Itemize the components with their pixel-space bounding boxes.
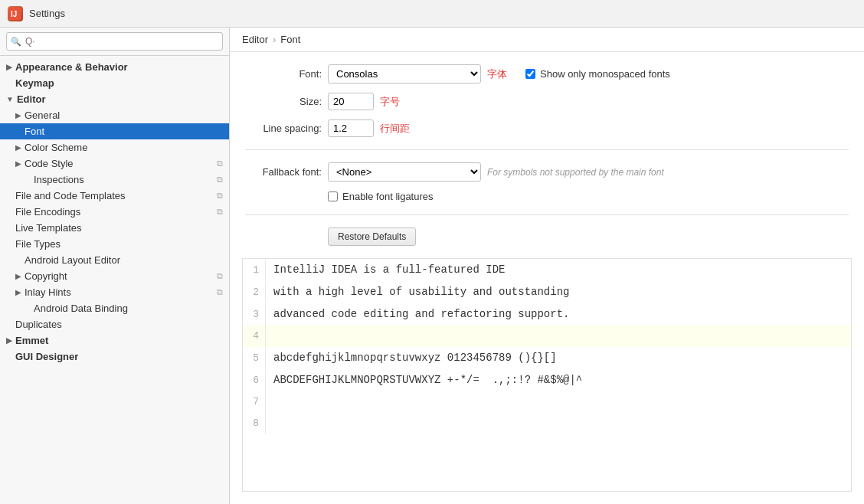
sidebar-label-font: Font — [25, 126, 44, 137]
line-spacing-input[interactable] — [328, 119, 374, 137]
search-icon: 🔍 — [11, 37, 21, 47]
tree-arrow-code-style-icon: ▶ — [15, 159, 21, 168]
code-line-3: 3 advanced code editing and refactoring … — [243, 303, 851, 326]
sidebar-item-gui-designer[interactable]: GUI Designer — [0, 349, 229, 365]
sidebar-label-inspections: Inspections — [34, 174, 84, 185]
app-icon: IJ — [8, 6, 23, 21]
window-title: Settings — [29, 8, 65, 19]
sidebar-label-code-style: Code Style — [25, 158, 74, 169]
breadcrumb-separator: › — [273, 34, 276, 45]
size-annotation: 字号 — [380, 95, 400, 109]
content-area: Editor › Font Font: Consolas 字体 Show onl… — [230, 28, 864, 504]
copy-icon-code-style: ⧉ — [217, 159, 223, 169]
sidebar-item-editor[interactable]: ▼ Editor — [0, 91, 229, 107]
line-number-6: 6 — [243, 370, 266, 391]
line-number-2: 2 — [243, 282, 266, 303]
font-control-group: Consolas 字体 — [328, 64, 507, 83]
monospaced-label[interactable]: Show only monospaced fonts — [540, 68, 670, 80]
divider-2 — [245, 214, 849, 215]
sidebar-item-emmet[interactable]: ▶ Emmet — [0, 332, 229, 349]
sidebar-label-file-types: File Types — [15, 238, 61, 250]
code-line-2: 2 with a high level of usability and out… — [243, 281, 851, 303]
sidebar-label-file-code-templates: File and Code Templates — [15, 190, 126, 201]
fallback-font-select[interactable]: <None> — [328, 162, 481, 182]
sidebar-item-appearance-behavior[interactable]: ▶ Appearance & Behavior — [0, 59, 229, 75]
sidebar-label-gui-designer: GUI Designer — [15, 351, 78, 362]
sidebar-item-code-style[interactable]: ▶ Code Style ⧉ — [0, 155, 229, 172]
code-line-1: 1 IntelliJ IDEA is a full-featured IDE — [243, 259, 851, 281]
sidebar-item-inlay-hints[interactable]: ▶ Inlay Hints ⧉ — [0, 284, 229, 300]
fallback-font-hint: For symbols not supported by the main fo… — [487, 167, 664, 178]
breadcrumb-parent: Editor — [242, 34, 268, 45]
line-number-1: 1 — [243, 260, 266, 281]
size-input[interactable] — [328, 93, 374, 110]
sidebar-item-android-layout-editor[interactable]: Android Layout Editor — [0, 252, 229, 268]
copy-icon-file-code-templates: ⧉ — [217, 191, 223, 201]
monospaced-checkbox[interactable] — [525, 69, 535, 79]
copy-icon-copyright: ⧉ — [217, 271, 223, 281]
sidebar-item-general[interactable]: ▶ General — [0, 107, 229, 123]
code-line-4: 4 — [243, 326, 851, 347]
sidebar-item-font[interactable]: Font — [0, 123, 229, 139]
line-number-3: 3 — [243, 304, 266, 326]
sidebar-label-inlay-hints: Inlay Hints — [25, 286, 71, 298]
line-number-7: 7 — [243, 391, 266, 413]
fallback-font-row: Fallback font: <None> For symbols not su… — [245, 162, 849, 182]
sidebar-label-appearance-behavior: Appearance & Behavior — [15, 61, 128, 73]
tree-arrow-emmet-icon: ▶ — [6, 336, 12, 345]
ligatures-checkbox[interactable] — [328, 191, 338, 201]
copy-icon-inspections: ⧉ — [217, 175, 223, 185]
sidebar-label-emmet: Emmet — [15, 335, 48, 346]
copy-icon-file-encodings: ⧉ — [217, 207, 223, 217]
fallback-font-label: Fallback font: — [245, 166, 322, 178]
settings-panel: Font: Consolas 字体 Show only monospaced f… — [230, 52, 864, 258]
sidebar-label-live-templates: Live Templates — [15, 222, 81, 234]
font-select[interactable]: Consolas — [328, 64, 481, 83]
title-bar: IJ Settings — [0, 0, 864, 28]
svg-text:IJ: IJ — [11, 10, 17, 18]
sidebar-label-file-encodings: File Encodings — [15, 206, 80, 218]
sidebar-label-color-scheme: Color Scheme — [25, 142, 87, 153]
sidebar-item-duplicates[interactable]: Duplicates — [0, 316, 229, 332]
font-annotation: 字体 — [487, 67, 507, 81]
restore-defaults-button[interactable]: Restore Defaults — [328, 227, 416, 246]
sidebar-item-android-data-binding[interactable]: Android Data Binding — [0, 300, 229, 316]
line-content-3: advanced code editing and refactoring su… — [266, 303, 569, 325]
sidebar-item-copyright[interactable]: ▶ Copyright ⧉ — [0, 268, 229, 284]
tree-arrow-color-icon: ▶ — [15, 143, 21, 152]
sidebar-item-inspections[interactable]: Inspections ⧉ — [0, 172, 229, 188]
line-spacing-label: Line spacing: — [245, 123, 322, 134]
ligatures-row: Enable font ligatures — [245, 191, 849, 202]
sidebar: 🔍 ▶ Appearance & Behavior Keymap ▼ Edito… — [0, 28, 230, 504]
sidebar-label-android-data-binding: Android Data Binding — [34, 303, 128, 314]
line-content-6: ABCDEFGHIJKLMNOPQRSTUVWXYZ +-*/= .,;:!? … — [266, 369, 582, 391]
code-preview: 1 IntelliJ IDEA is a full-featured IDE 2… — [242, 258, 852, 492]
sidebar-label-editor: Editor — [17, 93, 46, 105]
code-line-5: 5 abcdefghijklmnopqrstuvwxyz 0123456789 … — [243, 347, 851, 369]
divider-1 — [245, 149, 849, 150]
sidebar-item-file-encodings[interactable]: File Encodings ⧉ — [0, 204, 229, 220]
ligatures-label[interactable]: Enable font ligatures — [342, 191, 434, 202]
sidebar-item-file-code-templates[interactable]: File and Code Templates ⧉ — [0, 188, 229, 204]
breadcrumb: Editor › Font — [230, 28, 864, 52]
search-box: 🔍 — [0, 28, 229, 56]
font-row: Font: Consolas 字体 Show only monospaced f… — [245, 64, 849, 83]
monospaced-row: Show only monospaced fonts — [525, 68, 670, 80]
sidebar-label-keymap: Keymap — [15, 77, 54, 89]
size-label: Size: — [245, 96, 322, 107]
sidebar-item-keymap[interactable]: Keymap — [0, 75, 229, 91]
tree-arrow-general-icon: ▶ — [15, 111, 21, 119]
sidebar-item-file-types[interactable]: File Types — [0, 236, 229, 252]
sidebar-tree: ▶ Appearance & Behavior Keymap ▼ Editor … — [0, 56, 229, 504]
ligatures-checkbox-row: Enable font ligatures — [328, 191, 434, 202]
tree-arrow-copyright-icon: ▶ — [15, 272, 21, 280]
size-row: Size: 字号 — [245, 93, 849, 110]
restore-defaults-row: Restore Defaults — [245, 227, 849, 246]
line-content-5: abcdefghijklmnopqrstuvwxyz 0123456789 ()… — [266, 347, 557, 368]
sidebar-item-color-scheme[interactable]: ▶ Color Scheme — [0, 139, 229, 155]
tree-arrow-icon: ▶ — [6, 63, 12, 71]
copy-icon-inlay-hints: ⧉ — [217, 287, 223, 297]
line-content-1: IntelliJ IDEA is a full-featured IDE — [266, 259, 505, 280]
sidebar-item-live-templates[interactable]: Live Templates — [0, 220, 229, 236]
search-input[interactable] — [6, 32, 223, 51]
